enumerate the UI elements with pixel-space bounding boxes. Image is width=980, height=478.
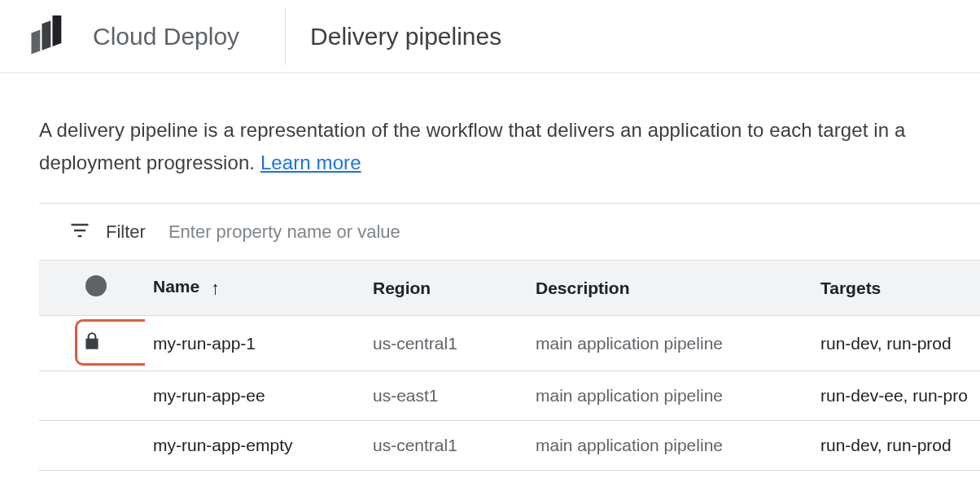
status-dot-icon bbox=[85, 275, 107, 296]
page-title: Delivery pipelines bbox=[286, 23, 501, 50]
status-cell bbox=[39, 371, 145, 421]
status-cell bbox=[39, 421, 145, 471]
svg-rect-0 bbox=[32, 29, 41, 54]
content-area: A delivery pipeline is a representation … bbox=[0, 73, 980, 471]
svg-rect-2 bbox=[53, 15, 62, 46]
top-bar: Cloud Deploy Delivery pipelines bbox=[0, 0, 980, 73]
pipeline-name[interactable]: my-run-app-ee bbox=[145, 371, 365, 421]
pipeline-targets: run-dev, run-prod bbox=[812, 316, 980, 371]
pipeline-description: main application pipeline bbox=[527, 371, 812, 421]
pipeline-description: main application pipeline bbox=[527, 316, 812, 371]
filter-label: Filter bbox=[106, 221, 146, 243]
product-name: Cloud Deploy bbox=[93, 23, 285, 50]
lock-icon bbox=[81, 336, 103, 355]
filter-icon[interactable] bbox=[68, 219, 91, 245]
table-row[interactable]: my-run-app-emptyus-central1main applicat… bbox=[39, 421, 980, 471]
pipeline-targets: run-dev-ee, run-pro bbox=[812, 371, 980, 421]
intro-text-body: A delivery pipeline is a representation … bbox=[39, 119, 905, 173]
column-description[interactable]: Description bbox=[527, 261, 812, 316]
pipeline-region: us-central1 bbox=[365, 316, 527, 371]
table-header-row: Name ↑ Region Description Targets bbox=[39, 261, 980, 316]
learn-more-link[interactable]: Learn more bbox=[260, 151, 361, 173]
filter-input[interactable] bbox=[160, 221, 980, 243]
sort-ascending-icon: ↑ bbox=[211, 278, 220, 298]
pipeline-description: main application pipeline bbox=[527, 421, 812, 471]
column-region[interactable]: Region bbox=[365, 261, 527, 316]
pipelines-table: Name ↑ Region Description Targets my-run… bbox=[39, 260, 980, 471]
pipeline-name[interactable]: my-run-app-empty bbox=[145, 421, 365, 471]
pipeline-targets: run-dev, run-prod bbox=[812, 421, 980, 471]
svg-rect-1 bbox=[42, 20, 51, 50]
table-row[interactable]: my-run-app-eeus-east1main application pi… bbox=[39, 371, 980, 421]
pipeline-region: us-central1 bbox=[365, 421, 527, 471]
filter-bar: Filter bbox=[39, 203, 980, 260]
column-targets[interactable]: Targets bbox=[812, 261, 980, 316]
intro-text: A delivery pipeline is a representation … bbox=[39, 114, 980, 178]
table-row[interactable]: my-run-app-1us-central1main application … bbox=[39, 316, 980, 371]
cloud-deploy-logo-icon bbox=[23, 12, 72, 61]
pipeline-region: us-east1 bbox=[365, 371, 527, 421]
column-name[interactable]: Name ↑ bbox=[145, 261, 365, 316]
status-cell bbox=[39, 316, 145, 371]
column-status[interactable] bbox=[39, 261, 145, 316]
pipeline-name[interactable]: my-run-app-1 bbox=[145, 316, 365, 371]
column-name-label: Name bbox=[153, 277, 199, 296]
